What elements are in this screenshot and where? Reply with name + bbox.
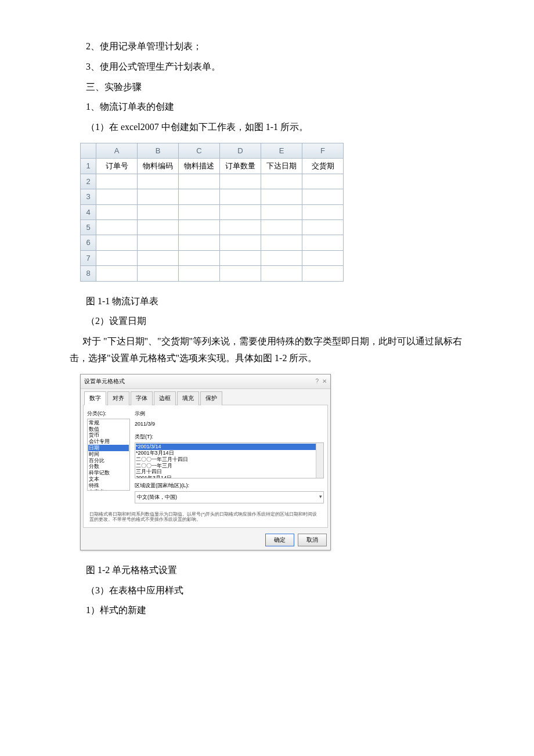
step-1-3: （3）在表格中应用样式 (70, 582, 464, 599)
step-1-2: （2）设置日期 (70, 313, 464, 330)
list-item[interactable]: 货币 (88, 432, 129, 438)
figure-caption-1-2: 图 1-2 单元格格式设置 (70, 562, 464, 579)
list-item-selected[interactable]: *2001/3/14 (136, 444, 323, 450)
dialog-note-text: 日期格式将日期和时间系列数值显示为日期值。以星号(*)开头的日期格式响应操作系统… (87, 510, 324, 524)
paragraph-item-2: 2、使用记录单管理计划表； (70, 38, 464, 55)
list-item[interactable]: 会计专用 (88, 438, 129, 445)
table-row: 5 (81, 219, 344, 235)
header-cell: 订单数量 (220, 159, 261, 174)
list-item[interactable]: 三月十四日 (136, 469, 323, 475)
tab-font[interactable]: 字体 (131, 391, 153, 405)
list-item[interactable]: 二〇〇一年三月 (136, 463, 323, 469)
list-item[interactable]: 自定义 (88, 489, 129, 491)
list-item[interactable]: *2001年3月14日 (136, 450, 323, 456)
excel-corner (81, 143, 96, 158)
table-row: 6 (81, 235, 344, 250)
step-1-2-desc: 对于 "下达日期"、"交货期"等列来说，需要使用特殊的数字类型即日期，此时可以通… (70, 333, 464, 367)
row-head: 1 (81, 159, 96, 174)
section-heading-steps: 三、实验步骤 (70, 79, 464, 96)
header-cell: 交货期 (302, 159, 344, 174)
sample-label: 示例 (135, 409, 324, 418)
header-cell: 订单号 (96, 159, 138, 174)
type-list[interactable]: *2001/3/14 *2001年3月14日 二〇〇一年三月十四日 二〇〇一年三… (135, 442, 324, 478)
list-item[interactable]: 二〇〇一年三月十四日 (136, 456, 323, 463)
table-row: 2 (81, 174, 344, 189)
dialog-titlebar: 设置单元格格式 ? ✕ (81, 375, 330, 389)
step-1-heading: 1、物流订单表的创建 (70, 99, 464, 116)
dialog-footer: 确定 取消 (81, 530, 330, 550)
dialog-tabs: 数字 对齐 字体 边框 填充 保护 (81, 389, 330, 405)
cancel-button[interactable]: 取消 (298, 534, 327, 546)
header-cell: 物料编码 (138, 159, 179, 174)
tab-align[interactable]: 对齐 (107, 391, 129, 405)
help-icon[interactable]: ? (315, 376, 319, 387)
locale-select[interactable]: 中文(简体，中国) (135, 491, 324, 503)
close-icon[interactable]: ✕ (322, 376, 327, 387)
table-row: 4 (81, 204, 344, 219)
col-head-c: C (179, 143, 220, 158)
list-item[interactable]: 文本 (88, 476, 129, 483)
tab-fill[interactable]: 填充 (177, 391, 199, 405)
step-1-1: （1）在 excel2007 中创建如下工作表，如图 1-1 所示。 (70, 119, 464, 136)
format-cells-dialog: 设置单元格格式 ? ✕ 数字 对齐 字体 边框 填充 保护 分类(C): 常规 … (80, 374, 331, 550)
table-row: 7 (81, 250, 344, 265)
tab-protect[interactable]: 保护 (200, 391, 222, 405)
figure-caption-1-1: 图 1-1 物流订单表 (70, 293, 464, 310)
category-list[interactable]: 常规 数值 货币 会计专用 日期 时间 百分比 分数 科学记数 文本 特殊 自定… (87, 419, 130, 491)
table-row: 3 (81, 189, 344, 204)
list-item[interactable]: 时间 (88, 451, 129, 458)
list-item[interactable]: 百分比 (88, 458, 129, 464)
header-cell: 下达日期 (261, 159, 302, 174)
col-head-f: F (302, 143, 344, 158)
dialog-title-text: 设置单元格格式 (84, 376, 125, 387)
list-item[interactable]: 分数 (88, 463, 129, 470)
list-item[interactable]: 常规 (88, 420, 129, 426)
sample-value: 2011/3/9 (135, 419, 324, 429)
excel-preview-table: A B C D E F 1 订单号 物料编码 物料描述 订单数量 下达日期 交货… (80, 143, 344, 282)
list-item[interactable]: 特殊 (88, 483, 129, 489)
list-item[interactable]: 数值 (88, 426, 129, 433)
paragraph-item-3: 3、使用公式管理生产计划表单。 (70, 59, 464, 75)
table-row: 8 (81, 266, 344, 281)
list-item[interactable]: 2001年3月14日 (136, 475, 323, 478)
tab-number[interactable]: 数字 (84, 391, 106, 405)
type-label: 类型(T): (135, 432, 324, 441)
list-item-selected[interactable]: 日期 (88, 445, 129, 451)
category-label: 分类(C): (87, 409, 130, 418)
list-item[interactable]: 科学记数 (88, 470, 129, 476)
header-cell: 物料描述 (179, 159, 220, 174)
col-head-a: A (96, 143, 138, 158)
category-pane: 分类(C): 常规 数值 货币 会计专用 日期 时间 百分比 分数 科学记数 文… (87, 409, 130, 503)
ok-button[interactable]: 确定 (265, 534, 294, 546)
scrollbar[interactable] (316, 443, 323, 478)
tab-border[interactable]: 边框 (154, 391, 176, 405)
table-row: 1 订单号 物料编码 物料描述 订单数量 下达日期 交货期 (81, 159, 344, 174)
col-head-d: D (220, 143, 261, 158)
locale-label: 区域设置(国家/地区)(L): (135, 481, 324, 490)
col-head-b: B (138, 143, 179, 158)
step-1-3-1: 1）样式的新建 (70, 602, 464, 619)
right-pane: 示例 2011/3/9 类型(T): *2001/3/14 *2001年3月14… (135, 409, 324, 503)
col-head-e: E (261, 143, 302, 158)
